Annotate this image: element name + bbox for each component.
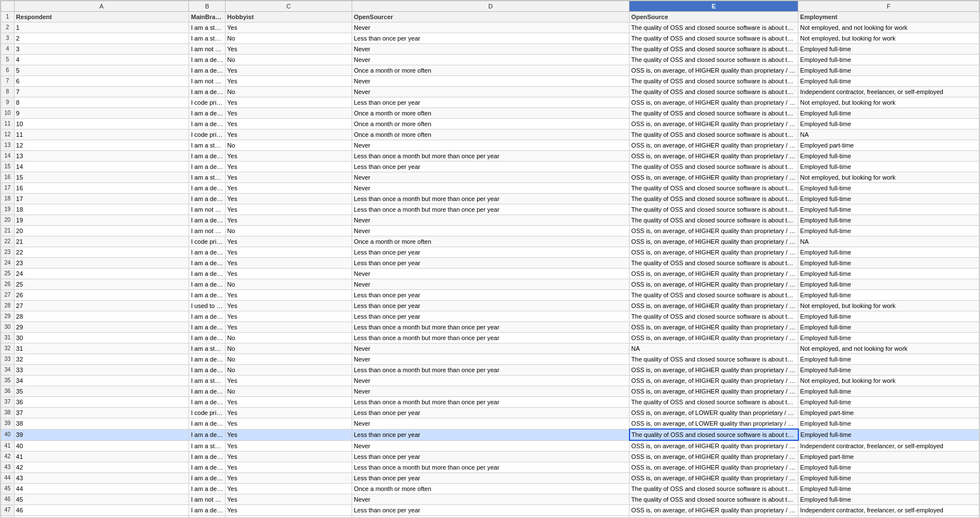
cell-F[interactable]: Employed full-time	[798, 279, 979, 290]
cell-B[interactable]: I am a developer by profession	[189, 429, 225, 440]
cell-A[interactable]: 5	[14, 65, 189, 76]
cell-F[interactable]: Employed full-time	[798, 354, 979, 365]
cell-A[interactable]: 35	[14, 386, 189, 397]
cell-A[interactable]: Respondent	[14, 12, 189, 23]
cell-E[interactable]: OSS is, on average, of HIGHER quality th…	[630, 226, 798, 236]
cell-F[interactable]: Employed full-time	[798, 258, 979, 269]
cell-F[interactable]: Employed full-time	[798, 365, 979, 376]
cell-C[interactable]: Yes	[225, 215, 352, 226]
cell-B[interactable]: I am a developer by profession	[189, 194, 225, 204]
cell-F[interactable]: Employed part-time	[798, 452, 979, 462]
cell-F[interactable]: Employed full-time	[798, 473, 979, 484]
cell-B[interactable]: I am not primarily a developer, but I wr…	[189, 204, 225, 215]
cell-F[interactable]: Employed full-time	[798, 215, 979, 226]
cell-B[interactable]: I am a developer by profession	[189, 484, 225, 494]
cell-B[interactable]: I am a developer by profession	[189, 151, 225, 162]
cell-F[interactable]: Independent contractor, freelancer, or s…	[798, 505, 979, 516]
cell-C[interactable]: No	[225, 226, 352, 236]
cell-E[interactable]: OSS is, on average, of LOWER quality tha…	[630, 418, 798, 430]
cell-D[interactable]: Less than once per year	[352, 301, 629, 311]
cell-D[interactable]: Less than once per year	[352, 516, 629, 519]
cell-B[interactable]: I am a student who is learning to code	[189, 440, 225, 452]
cell-F[interactable]: Employed full-time	[798, 418, 979, 430]
cell-F[interactable]: Employed full-time	[798, 484, 979, 494]
cell-E[interactable]: The quality of OSS and closed source sof…	[630, 33, 798, 44]
cell-A[interactable]: 39	[14, 429, 189, 440]
cell-F[interactable]: Employed full-time	[798, 44, 979, 55]
cell-D[interactable]: Less than once per year	[352, 311, 629, 322]
cell-A[interactable]: 1	[14, 23, 189, 33]
cell-D[interactable]: Less than once per year	[352, 290, 629, 301]
cell-D[interactable]: Never	[352, 343, 629, 354]
cell-A[interactable]: 26	[14, 290, 189, 301]
cell-D[interactable]: Less than once per year	[352, 162, 629, 172]
cell-E[interactable]: OSS is, on average, of HIGHER quality th…	[630, 301, 798, 311]
cell-A[interactable]: 36	[14, 397, 189, 408]
cell-F[interactable]: Employed full-time	[798, 397, 979, 408]
cell-D[interactable]: Less than once per year	[352, 429, 629, 440]
cell-B[interactable]: I am a developer by profession	[189, 354, 225, 365]
cell-A[interactable]: 4	[14, 55, 189, 65]
cell-C[interactable]: Yes	[225, 290, 352, 301]
cell-E[interactable]: The quality of OSS and closed source sof…	[630, 311, 798, 322]
cell-A[interactable]: 8	[14, 97, 189, 108]
cell-F[interactable]: Employed full-time	[798, 119, 979, 130]
cell-D[interactable]: Less than once a month but more than onc…	[352, 151, 629, 162]
cell-C[interactable]: Yes	[225, 429, 352, 440]
cell-E[interactable]: NA	[630, 343, 798, 354]
cell-A[interactable]: 18	[14, 204, 189, 215]
cell-F[interactable]: Employment	[798, 12, 979, 23]
cell-E[interactable]: OSS is, on average, of HIGHER quality th…	[630, 440, 798, 452]
cell-B[interactable]: I am a developer by profession	[189, 333, 225, 343]
cell-A[interactable]: 13	[14, 151, 189, 162]
cell-C[interactable]: Yes	[225, 236, 352, 247]
cell-E[interactable]: The quality of OSS and closed source sof…	[630, 397, 798, 408]
cell-E[interactable]: The quality of OSS and closed source sof…	[630, 290, 798, 301]
cell-B[interactable]: I am a developer by profession	[189, 279, 225, 290]
cell-A[interactable]: 20	[14, 226, 189, 236]
cell-F[interactable]: Employed full-time	[798, 429, 979, 440]
cell-C[interactable]: Yes	[225, 322, 352, 333]
cell-D[interactable]: Never	[352, 183, 629, 194]
cell-B[interactable]: I am not primarily a developer, but I wr…	[189, 226, 225, 236]
cell-C[interactable]: Yes	[225, 452, 352, 462]
cell-C[interactable]: No	[225, 55, 352, 65]
cell-B[interactable]: I am a developer by profession	[189, 311, 225, 322]
cell-B[interactable]: I am a developer by profession	[189, 462, 225, 473]
cell-B[interactable]: MainBranch	[189, 12, 225, 23]
cell-D[interactable]: Never	[352, 23, 629, 33]
cell-B[interactable]: I used to be a developer by profession, …	[189, 301, 225, 311]
cell-F[interactable]: Employed full-time	[798, 269, 979, 279]
cell-E[interactable]: OSS is, on average, of HIGHER quality th…	[630, 462, 798, 473]
cell-C[interactable]: No	[225, 140, 352, 151]
cell-A[interactable]: 22	[14, 247, 189, 258]
cell-C[interactable]: Yes	[225, 247, 352, 258]
cell-D[interactable]: Never	[352, 172, 629, 183]
cell-B[interactable]: I am a developer by profession	[189, 183, 225, 194]
cell-C[interactable]: Yes	[225, 408, 352, 418]
cell-F[interactable]: Not employed, but looking for work	[798, 172, 979, 183]
cell-A[interactable]: 6	[14, 76, 189, 87]
cell-F[interactable]: Not employed, and not looking for work	[798, 23, 979, 33]
cell-A[interactable]: 41	[14, 452, 189, 462]
cell-C[interactable]: Yes	[225, 494, 352, 505]
cell-A[interactable]: 33	[14, 365, 189, 376]
cell-C[interactable]: Yes	[225, 269, 352, 279]
cell-C[interactable]: Yes	[225, 119, 352, 130]
cell-A[interactable]: 10	[14, 119, 189, 130]
cell-A[interactable]: 34	[14, 376, 189, 386]
cell-C[interactable]: Yes	[225, 418, 352, 430]
cell-D[interactable]: Less than once per year	[352, 408, 629, 418]
cell-B[interactable]: I am a developer by profession	[189, 247, 225, 258]
cell-D[interactable]: Never	[352, 376, 629, 386]
cell-C[interactable]: Yes	[225, 108, 352, 119]
cell-C[interactable]: No	[225, 365, 352, 376]
cell-E[interactable]: The quality of OSS and closed source sof…	[630, 130, 798, 140]
cell-F[interactable]: Employed part-time	[798, 408, 979, 418]
cell-A[interactable]: 24	[14, 269, 189, 279]
cell-F[interactable]: Not employed, but looking for work	[798, 33, 979, 44]
cell-C[interactable]: Yes	[225, 301, 352, 311]
cell-F[interactable]: Not employed, and not looking for work	[798, 343, 979, 354]
cell-B[interactable]: I code primarily as a hobby	[189, 97, 225, 108]
cell-E[interactable]: OSS is, on average, of HIGHER quality th…	[630, 505, 798, 516]
